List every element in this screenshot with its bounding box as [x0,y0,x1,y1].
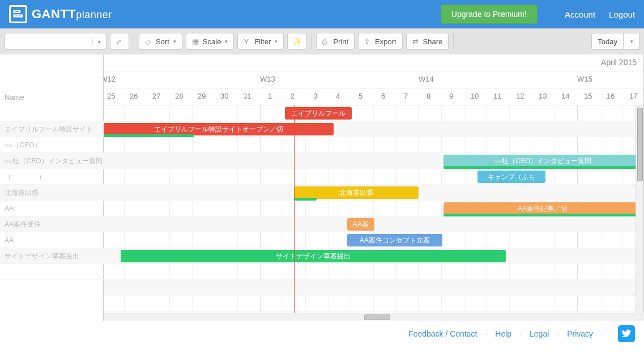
timeline-pane[interactable]: April 2015 W12W13W14W15 2526272829303112… [104,54,644,321]
day-label: 10 [471,92,479,100]
expand-button[interactable]: ⤢ [110,33,129,50]
twitter-icon[interactable] [618,325,635,342]
day-label: 3 [313,92,317,100]
scale-icon: ▦ [192,37,200,45]
task-row-label[interactable]: 北海道出張 [0,185,104,201]
left-pane: Name エイプリルフール特設サイト○○（CEO）○○社（CEO）インタビュー質… [0,54,104,321]
task-row-label[interactable]: サイトデザイン草案提出 [0,248,104,264]
day-label: 9 [449,92,453,100]
upgrade-button[interactable]: Upgrade to Premium! [441,5,538,24]
share-icon: ⇄ [412,37,420,45]
view-select[interactable]: ▾ [5,33,106,50]
task-row-label[interactable] [0,264,104,280]
day-label: 4 [336,92,340,100]
month-label: April 2015 [601,58,637,67]
gantt-bar-progress [104,134,194,137]
horizontal-scrollbar[interactable] [104,313,644,321]
gantt-bar-progress [443,214,636,216]
day-label: 31 [243,92,251,100]
task-row-label[interactable]: AA案件受注 [0,216,104,232]
logout-link[interactable]: Logout [609,10,635,19]
today-line [294,105,295,313]
gantt-bar[interactable]: エイプリルフール [285,107,352,120]
svg-rect-1 [14,15,23,17]
day-label: 7 [404,92,408,100]
day-label: 5 [359,92,362,100]
day-label: 14 [561,92,569,100]
feedback-link[interactable]: Feedback / Contact [408,329,477,338]
gantt-bar[interactable]: サイトデザイン草案提出 [121,250,506,262]
week-label: W13 [260,75,275,83]
wand-icon: ✨ [293,37,301,45]
svg-rect-0 [14,11,20,12]
day-label: 1 [268,92,272,100]
gantt-bar[interactable]: 北海道出張 [294,186,419,199]
filter-icon: Y [244,37,251,45]
print-icon: ⎙ [322,37,330,45]
today-button[interactable]: Today [591,33,624,50]
filter-button[interactable]: YFilter▾ [237,33,284,50]
today-dropdown[interactable]: ▾ [624,33,639,50]
day-label: 6 [381,92,385,100]
help-link[interactable]: Help [495,329,511,338]
export-icon: ⇪ [364,37,372,45]
footer: Feedback / Contact· Help· Legal· Privacy… [0,321,644,347]
week-label: W12 [104,75,116,83]
task-row-label[interactable] [0,105,104,121]
gantt-bar[interactable]: エイプリルフール特設サイトオープン／切 [104,123,334,135]
day-label: 28 [175,92,183,100]
task-row-label[interactable]: AA [0,232,104,248]
expand-icon: ⤢ [116,37,123,45]
day-label: 8 [427,92,430,100]
day-label: 30 [220,92,228,100]
wand-button[interactable]: ✨ [287,33,306,50]
week-label: W14 [419,75,434,83]
vertical-scrollbar[interactable] [636,105,643,313]
gantt-bar-progress [443,166,642,169]
gantt-bar-progress [294,198,317,201]
task-row-label[interactable]: エイプリルフール特設サイト [0,121,104,137]
task-row-label[interactable]: （ ） [0,169,104,185]
gantt-chart: Name エイプリルフール特設サイト○○（CEO）○○社（CEO）インタビュー質… [0,54,644,321]
task-row-label[interactable]: ○○（CEO） [0,137,104,153]
day-label: 15 [584,92,592,100]
task-row-label[interactable]: ○○社（CEO）インタビュー質問 [0,153,104,169]
day-label: 29 [198,92,206,100]
day-label: 2 [291,92,295,100]
name-column-header: Name [5,93,24,101]
logo-icon [9,5,27,23]
sort-icon: ◇ [145,37,153,45]
account-link[interactable]: Account [565,10,595,19]
day-label: 13 [539,92,547,100]
day-label: 17 [629,92,637,100]
print-button[interactable]: ⎙Print [316,33,355,50]
privacy-link[interactable]: Privacy [567,329,593,338]
task-row-label[interactable]: AA [0,201,104,216]
day-label: 11 [493,92,501,100]
day-label: 16 [607,92,615,100]
week-label: W15 [577,75,592,83]
gantt-bar[interactable]: AA案件コンセプト立案 [347,234,442,246]
top-bar: GANTTplanner Upgrade to Premium! Account… [0,0,644,28]
day-label: 26 [130,92,138,100]
day-label: 25 [107,92,115,100]
sort-button[interactable]: ◇Sort▾ [139,33,182,50]
toolbar: ▾ ⤢ ◇Sort▾ ▦Scale▾ YFilter▾ ✨ ⎙Print ⇪Ex… [0,28,644,54]
gantt-bar[interactable]: AA案件記事／切 [443,202,642,215]
gantt-bar[interactable]: キャンプ（ふも [477,171,545,183]
gantt-bar[interactable]: ○○社（CEO）インタビュー質問 [443,155,642,167]
gantt-bar[interactable]: AA案 [347,218,374,231]
legal-link[interactable]: Legal [530,329,549,338]
scale-button[interactable]: ▦Scale▾ [186,33,234,50]
day-label: 12 [516,92,524,100]
day-label: 27 [152,92,160,100]
logo-text: GANTTplanner [32,7,112,22]
share-button[interactable]: ⇄Share [406,33,449,50]
export-button[interactable]: ⇪Export [358,33,403,50]
